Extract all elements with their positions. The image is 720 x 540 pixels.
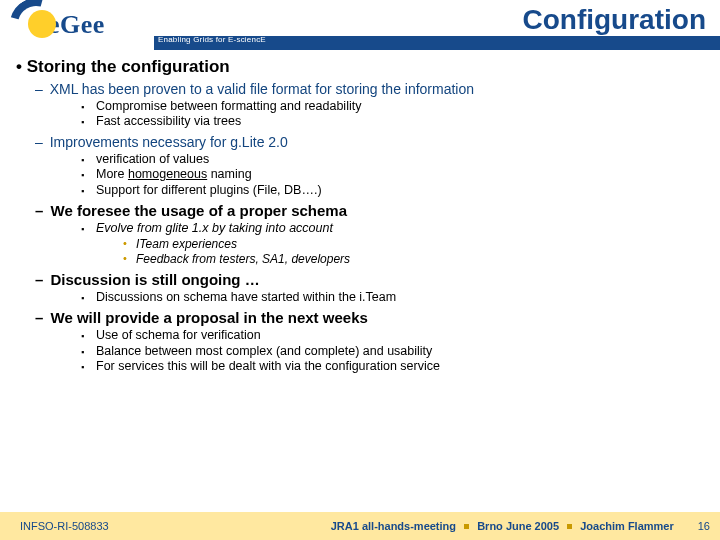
footer-info: JRA1 all-hands-meeting Brno June 2005 Jo…	[331, 520, 674, 532]
text-frag: naming	[207, 167, 251, 181]
bullet-discussion: Discussion is still ongoing …	[50, 271, 710, 290]
sub-bullet: verification of values	[96, 152, 710, 168]
sub-bullet: For services this will be dealt with via…	[96, 359, 710, 375]
footer-author: Joachim Flammer	[580, 520, 674, 532]
bullet-proposal: We will provide a proposal in the next w…	[50, 309, 710, 328]
footer-meeting: JRA1 all-hands-meeting	[331, 520, 456, 532]
footer-place: Brno June 2005	[477, 520, 559, 532]
underlined-word: homogeneous	[128, 167, 207, 181]
text-frag: More	[96, 167, 128, 181]
slide-body: Storing the configuration XML has been p…	[16, 54, 710, 506]
subsub-bullet: Feedback from testers, SA1, developers	[136, 252, 710, 267]
bullet-schema: We foresee the usage of a proper schema	[50, 202, 710, 221]
bullet-improvements: Improvements necessary for g.Lite 2.0	[50, 134, 710, 152]
bullet-xml: XML has been proven to a valid file form…	[50, 81, 710, 99]
sub-bullet: Use of schema for verification	[96, 328, 710, 344]
sub-bullet: Discussions on schema have started withi…	[96, 290, 710, 306]
slide-title: Configuration	[522, 4, 706, 36]
heading: Storing the configuration	[16, 56, 710, 77]
footer-reference: INFSO-RI-508833	[20, 520, 109, 532]
sub-bullet: Balance between most complex (and comple…	[96, 344, 710, 360]
sub-bullet: More homogeneous naming	[96, 167, 710, 183]
slide-header: eGee Configuration Enabling Grids for E-…	[0, 0, 720, 48]
sub-bullet: Support for different plugins (File, DB……	[96, 183, 710, 199]
tagline-text: Enabling Grids for E-sciencE	[158, 35, 266, 44]
sub-bullet: Evolve from glite 1.x by taking into acc…	[96, 221, 710, 237]
egee-logo: eGee	[8, 4, 105, 46]
footer-right: JRA1 all-hands-meeting Brno June 2005 Jo…	[331, 520, 710, 532]
separator-icon	[567, 524, 572, 529]
logo-icon	[8, 4, 50, 46]
subsub-bullet: ITeam experiences	[136, 237, 710, 252]
slide-footer: INFSO-RI-508833 JRA1 all-hands-meeting B…	[0, 512, 720, 540]
sub-bullet: Compromise between formatting and readab…	[96, 99, 710, 115]
separator-icon	[464, 524, 469, 529]
page-number: 16	[698, 520, 710, 532]
sub-bullet: Fast accessibility via trees	[96, 114, 710, 130]
